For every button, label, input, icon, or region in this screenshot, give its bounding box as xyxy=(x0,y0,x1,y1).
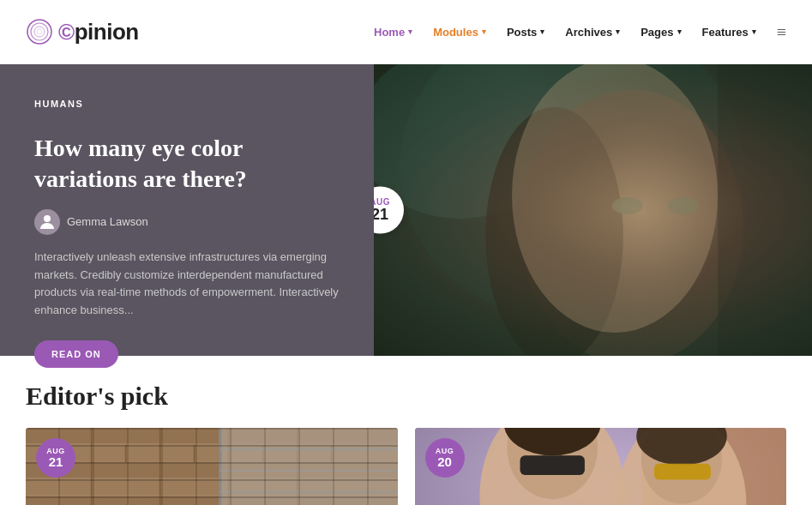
hero-content: HUMANS How many eye color variations are… xyxy=(0,64,374,356)
nav-pages[interactable]: Pages ▾ xyxy=(632,21,689,44)
card-2[interactable]: AUG 20 xyxy=(415,428,787,505)
nav-posts[interactable]: Posts ▾ xyxy=(498,21,553,44)
svg-point-10 xyxy=(611,197,642,214)
card-2-photo xyxy=(415,428,787,505)
logo-text: ©pinion xyxy=(58,19,139,45)
editors-pick-title: Editor's pick xyxy=(26,382,786,411)
hero-excerpt: Interactively unleash extensive infrastr… xyxy=(34,249,340,320)
svg-point-8 xyxy=(520,90,743,356)
hero-date-day: 21 xyxy=(374,207,389,224)
cards-row: AUG 21 xyxy=(26,428,786,505)
svg-rect-15 xyxy=(26,445,398,460)
hero-title: How many eye color variations are there? xyxy=(34,133,340,195)
hamburger-icon[interactable]: ≡ xyxy=(777,22,786,42)
card-1-date-badge: AUG 21 xyxy=(36,438,75,478)
hero-section: HUMANS How many eye color variations are… xyxy=(0,64,812,356)
features-arrow-icon: ▾ xyxy=(752,27,756,36)
svg-point-6 xyxy=(400,64,743,322)
posts-arrow-icon: ▾ xyxy=(540,27,544,36)
svg-rect-42 xyxy=(520,455,584,475)
svg-rect-46 xyxy=(653,464,710,480)
read-on-button[interactable]: READ ON xyxy=(34,340,118,368)
card-1[interactable]: AUG 21 xyxy=(26,428,398,505)
svg-point-7 xyxy=(374,64,563,219)
svg-rect-17 xyxy=(26,479,398,495)
hero-image-container: AUG 21 xyxy=(374,64,812,356)
card-2-image: AUG 20 xyxy=(415,428,787,505)
nav-archives[interactable]: Archives ▾ xyxy=(556,21,629,44)
svg-rect-16 xyxy=(26,462,398,478)
svg-rect-30 xyxy=(220,428,398,505)
card-2-date-day: 20 xyxy=(437,455,452,470)
author-avatar xyxy=(34,209,60,235)
navigation: Home ▾ Modules ▾ Posts ▾ Archives ▾ Page… xyxy=(365,21,786,44)
svg-rect-12 xyxy=(718,64,812,356)
avatar-icon xyxy=(37,212,57,232)
hero-photo xyxy=(374,64,812,356)
card-1-date-day: 21 xyxy=(49,455,63,470)
home-arrow-icon: ▾ xyxy=(408,27,412,36)
svg-point-4 xyxy=(44,215,51,222)
pages-arrow-icon: ▾ xyxy=(677,27,682,36)
editors-pick-section: Editor's pick AUG 21 xyxy=(0,356,812,505)
svg-point-3 xyxy=(37,29,42,34)
logo-icon xyxy=(26,18,53,45)
hero-author: Gemma Lawson xyxy=(34,209,340,235)
hero-category: HUMANS xyxy=(34,99,340,109)
nav-home[interactable]: Home ▾ xyxy=(365,21,421,44)
card-1-image: AUG 21 xyxy=(26,428,398,505)
nav-modules[interactable]: Modules ▾ xyxy=(424,21,495,44)
svg-rect-5 xyxy=(374,64,812,356)
logo[interactable]: ©pinion xyxy=(26,18,139,45)
hero-image xyxy=(374,64,812,356)
svg-rect-13 xyxy=(26,428,398,505)
archives-arrow-icon: ▾ xyxy=(616,27,620,36)
author-name: Gemma Lawson xyxy=(67,215,148,228)
svg-point-1 xyxy=(31,23,48,40)
modules-arrow-icon: ▾ xyxy=(482,27,486,36)
card-1-photo xyxy=(26,428,398,505)
card-2-date-badge: AUG 20 xyxy=(425,438,465,478)
nav-features[interactable]: Features ▾ xyxy=(694,21,765,44)
svg-point-2 xyxy=(34,27,45,37)
svg-point-9 xyxy=(485,107,623,356)
header: ©pinion Home ▾ Modules ▾ Posts ▾ Archive… xyxy=(0,0,812,64)
svg-rect-18 xyxy=(26,496,398,505)
svg-point-11 xyxy=(668,197,699,214)
svg-rect-14 xyxy=(26,428,398,443)
